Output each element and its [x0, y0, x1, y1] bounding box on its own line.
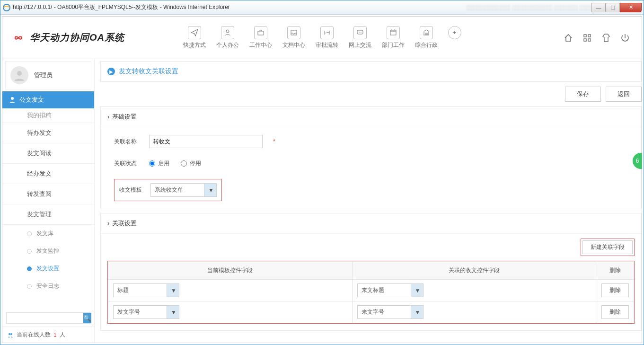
template-combo[interactable]: 系统收文单 ▼ [150, 183, 217, 197]
svg-rect-9 [584, 39, 586, 41]
power-icon[interactable] [620, 33, 630, 43]
status-label: 关联状态 [114, 159, 141, 168]
online-status: 当前在线人数 1人 [2, 327, 94, 343]
title-blur-placeholder: ░░░░░░░░░░░ ░░░░░░░░░░ ░░░░░░ ░░░ [466, 4, 591, 11]
search-icon: 🔍 [83, 315, 91, 322]
radio-disable-input[interactable] [181, 160, 187, 167]
maximize-button[interactable]: ▢ [606, 3, 620, 12]
create-relation-button[interactable]: 新建关联字段 [582, 240, 633, 254]
table-header-row: 当前模板控件字段 关联的收文控件字段 删除 [108, 262, 634, 280]
delete-row-button[interactable]: 删除 [601, 283, 629, 297]
nav-dept[interactable]: 部门工作 [382, 26, 405, 49]
group-icon [7, 332, 14, 338]
svg-rect-3 [357, 30, 363, 34]
apps-icon[interactable] [582, 33, 592, 43]
close-button[interactable]: ✕ [620, 3, 642, 12]
sidebar-list: 我的拟稿 待办发文 发文阅读 经办发文 转发查阅 发文管理 发文库 发文监控 发… [2, 108, 94, 310]
template-dropdown-button[interactable]: ▼ [204, 184, 216, 196]
radio-enable-input[interactable] [149, 160, 155, 167]
svg-rect-6 [390, 30, 396, 35]
chevron-down-icon[interactable]: ▼ [167, 284, 179, 297]
chevron-down-icon[interactable]: ▼ [411, 284, 423, 297]
sidebar-item-read[interactable]: 发文阅读 [2, 143, 94, 164]
sidebar-item-forward[interactable]: 转发查阅 [2, 184, 94, 204]
basic-body: 关联名称 * 关联状态 启用 停用 收文模板 [101, 127, 641, 209]
svg-point-14 [10, 333, 12, 335]
building-icon [420, 26, 433, 39]
save-button[interactable]: 保存 [565, 87, 601, 102]
right-combo-0[interactable]: 来文标题▼ [357, 283, 423, 297]
svg-point-13 [9, 333, 10, 335]
col-right: 关联的收文控件字段 [352, 262, 596, 280]
shirt-icon[interactable] [601, 33, 611, 43]
svg-rect-7 [584, 35, 586, 37]
username: 管理员 [34, 71, 53, 80]
sidebar-item-todo[interactable]: 待办发文 [2, 123, 94, 143]
delete-row-button[interactable]: 删除 [601, 305, 629, 319]
sidebar-sub-settings[interactable]: 发文设置 [2, 260, 94, 277]
chevron-down-icon[interactable]: ▼ [167, 306, 179, 318]
nav-add[interactable]: + [448, 26, 461, 49]
relation-settings-panel: 关联设置 新建关联字段 当前模板控件字段 关联的收文控件字段 [100, 213, 642, 331]
table-row: 标题▼ 来文标题▼ 删除 [108, 280, 634, 301]
app-body: 管理员 公文发文 我的拟稿 待办发文 发文阅读 经办发文 转发查阅 发文管理 发… [2, 59, 642, 343]
nav-personal[interactable]: 个人办公 [216, 26, 239, 49]
sidebar-header[interactable]: 公文发文 [2, 91, 94, 108]
table-row: 发文字号▼ 来文字号▼ 删除 [108, 301, 634, 323]
ie-icon [2, 3, 11, 12]
sidebar-item-drafts[interactable]: 我的拟稿 [2, 108, 94, 123]
nav-docs[interactable]: 文档中心 [282, 26, 305, 49]
header-right [563, 33, 630, 43]
relation-heading: 关联设置 [101, 213, 641, 234]
left-combo-1[interactable]: 发文字号▼ [113, 305, 179, 319]
sidebar-sub-log[interactable]: 安全日志 [2, 277, 94, 295]
nav-work[interactable]: 工作中心 [249, 26, 272, 49]
template-highlight: 收文模板 系统收文单 ▼ [114, 179, 222, 201]
window-controls: — ▢ ✕ [591, 3, 642, 12]
title-bar: http://127.0.0.1/ - OA8000平台版_FPLMYSQL5-… [0, 0, 644, 15]
home-icon[interactable] [563, 33, 573, 43]
window-frame: http://127.0.0.1/ - OA8000平台版_FPLMYSQL5-… [0, 0, 644, 345]
chevron-down-icon[interactable]: ▼ [411, 306, 423, 318]
calendar-icon [387, 26, 400, 39]
row-name: 关联名称 * [114, 135, 628, 148]
status-radio-group: 启用 停用 [149, 159, 201, 168]
page-title-bar: ▶ 发文转收文关联设置 [100, 61, 642, 82]
sidebar-sub-lib[interactable]: 发文库 [2, 225, 94, 242]
user-small-icon [9, 97, 16, 103]
svg-rect-10 [588, 39, 591, 41]
svg-point-12 [11, 97, 14, 100]
user-block: 管理员 [5, 61, 91, 89]
radio-enable[interactable]: 启用 [149, 159, 169, 168]
svg-rect-8 [588, 35, 591, 37]
sidebar-sub-monitor[interactable]: 发文监控 [2, 242, 94, 260]
search-input[interactable] [7, 313, 83, 323]
template-label: 收文模板 [119, 186, 142, 194]
svg-point-4 [359, 32, 360, 33]
sidebar-item-handled[interactable]: 经办发文 [2, 164, 94, 184]
paper-plane-icon [188, 26, 201, 39]
right-combo-1[interactable]: 来文字号▼ [357, 305, 423, 319]
minimize-button[interactable]: — [591, 3, 606, 12]
sidebar-item-manage[interactable]: 发文管理 [2, 204, 94, 225]
avatar-icon [10, 66, 28, 84]
nav-chat[interactable]: 网上交流 [349, 26, 371, 49]
logo-text: 华天动力协同OA系统 [30, 31, 124, 44]
svg-rect-2 [258, 31, 264, 35]
nav-shortcut[interactable]: 快捷方式 [183, 26, 206, 49]
search-button[interactable]: 🔍 [83, 313, 91, 323]
basic-heading: 基础设置 [101, 107, 641, 127]
nav-admin[interactable]: 综合行政 [415, 26, 438, 49]
left-combo-0[interactable]: 标题▼ [113, 283, 179, 297]
radio-disable[interactable]: 停用 [181, 159, 201, 168]
logo-icon [14, 34, 27, 42]
relation-table: 当前模板控件字段 关联的收文控件字段 删除 标题▼ [108, 261, 634, 323]
sidebar-search: 🔍 [6, 312, 90, 324]
name-input[interactable] [149, 135, 263, 148]
template-value: 系统收文单 [151, 184, 204, 196]
col-left: 当前模板控件字段 [108, 262, 353, 280]
chat-icon [353, 26, 367, 39]
nav-approval[interactable]: 审批流转 [316, 26, 338, 49]
inbox-icon [287, 26, 300, 39]
back-button[interactable]: 返回 [606, 87, 642, 102]
